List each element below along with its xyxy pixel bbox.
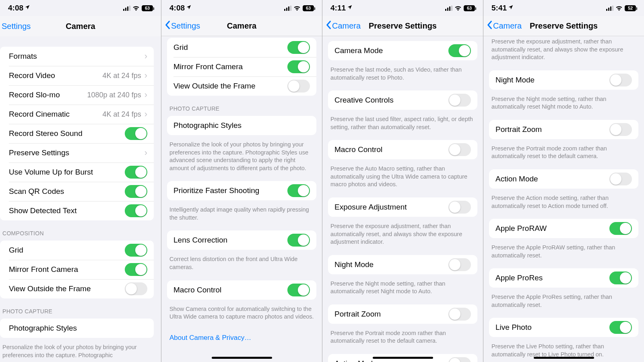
toggle-switch[interactable] (125, 244, 147, 257)
scan-qr-toggle[interactable]: Scan QR Codes (2, 182, 154, 201)
apple-prores-toggle[interactable]: Apple ProRes (489, 268, 638, 288)
action-mode-toggle[interactable]: Action Mode (489, 169, 638, 189)
toggle-switch[interactable] (287, 80, 310, 93)
night-mode-toggle[interactable]: Night Mode (328, 255, 477, 274)
row-value: 4K at 24 fps (103, 72, 141, 80)
macro-control-toggle[interactable]: Macro Control (167, 280, 316, 300)
battery-icon: 63 (303, 5, 314, 11)
back-button[interactable]: Camera (483, 21, 522, 31)
toggle-switch[interactable] (287, 60, 310, 73)
chevron-right-icon: › (144, 90, 147, 100)
toggle-switch[interactable] (125, 166, 147, 179)
toggle-switch[interactable] (287, 234, 310, 247)
toggle-switch[interactable] (287, 41, 310, 54)
settings-group: Night Mode (328, 255, 477, 274)
row-label: View Outside the Frame (173, 82, 287, 90)
toggle-switch[interactable] (609, 272, 632, 284)
home-indicator (373, 357, 433, 359)
toggle-switch[interactable] (448, 258, 471, 271)
section-footer: Show Camera control for automatically sw… (161, 304, 322, 328)
live-photo-toggle[interactable]: Live Photo (489, 318, 638, 337)
toggle-switch[interactable] (125, 282, 147, 295)
photographic-styles-link[interactable]: Photographic Styles (167, 116, 316, 135)
grid-toggle[interactable]: Grid (2, 241, 154, 260)
settings-group: Prioritize Faster Shooting (167, 181, 316, 200)
toggle-switch[interactable] (609, 321, 632, 334)
show-detected-text-toggle[interactable]: Show Detected Text (2, 201, 154, 220)
toggle-switch[interactable] (125, 185, 147, 198)
toggle-switch[interactable] (287, 284, 310, 296)
toggle-switch[interactable] (448, 201, 471, 214)
volume-burst-toggle[interactable]: Use Volume Up for Burst (2, 162, 154, 182)
row-label: Photographic Styles (173, 121, 310, 130)
toggle-switch[interactable] (609, 173, 632, 185)
section-header: COMPOSITION (0, 224, 154, 239)
toggle-switch[interactable] (448, 308, 471, 321)
home-indicator (212, 357, 272, 359)
toggle-switch[interactable] (448, 94, 471, 107)
home-indicator (534, 357, 594, 359)
section-footer: Preserve the Live Photo setting, rather … (483, 341, 644, 362)
row-label: Live Photo (495, 323, 609, 332)
photographic-styles-link[interactable]: Photographic Styles (2, 319, 154, 338)
toggle-switch[interactable] (609, 222, 632, 235)
chevron-right-icon: › (144, 70, 147, 81)
toggle-switch[interactable] (448, 357, 471, 362)
section-footer: Preserve the Apple ProRAW setting, rathe… (483, 242, 644, 267)
record-slomo-row[interactable]: Record Slo-mo1080p at 240 fps› (2, 85, 154, 105)
back-button[interactable]: Settings (161, 21, 200, 31)
toggle-switch[interactable] (125, 204, 147, 217)
view-outside-frame-toggle[interactable]: View Outside the Frame (167, 76, 316, 96)
toggle-switch[interactable] (125, 127, 147, 140)
view-outside-frame-toggle[interactable]: View Outside the Frame (2, 279, 154, 298)
creative-controls-toggle[interactable]: Creative Controls (328, 90, 477, 110)
macro-control-preserve-toggle[interactable]: Macro Control (328, 140, 477, 159)
row-label: View Outside the Frame (9, 284, 125, 293)
chevron-left-icon (165, 21, 170, 31)
wifi-icon (615, 5, 623, 11)
back-label: Camera (332, 21, 361, 31)
row-value: 4K at 24 fps (103, 110, 141, 119)
toggle-switch[interactable] (448, 44, 471, 57)
row-label: Record Slo-mo (9, 90, 87, 99)
toggle-switch[interactable] (448, 143, 471, 156)
wifi-icon (132, 5, 140, 11)
lens-correction-toggle[interactable]: Lens Correction (167, 230, 316, 250)
toggle-switch[interactable] (609, 123, 632, 136)
row-label: Macro Control (334, 145, 448, 154)
mirror-front-toggle[interactable]: Mirror Front Camera (167, 57, 316, 76)
row-label: Night Mode (495, 76, 609, 84)
section-footer: Personalize the look of your photos by b… (161, 139, 322, 179)
exposure-adjustment-toggle[interactable]: Exposure Adjustment (328, 197, 477, 217)
grid-toggle[interactable]: Grid (167, 38, 316, 57)
portrait-zoom-toggle[interactable]: Portrait Zoom (328, 304, 477, 324)
row-label: Mirror Front Camera (173, 62, 287, 71)
record-video-row[interactable]: Record Video4K at 24 fps› (2, 66, 154, 85)
section-header: PHOTO CAPTURE (161, 100, 322, 114)
phone-screen-0: 4:0863SettingsCameraFormats›Record Video… (0, 0, 161, 362)
row-label: Apple ProRes (495, 274, 609, 282)
night-mode-toggle[interactable]: Night Mode (489, 70, 638, 90)
status-bar: 5:4152 (483, 0, 644, 16)
record-stereo-toggle[interactable]: Record Stereo Sound (2, 124, 154, 143)
back-label: Settings (2, 22, 31, 31)
about-link[interactable]: About Camera & Privacy… (161, 328, 322, 348)
cellular-icon (123, 6, 130, 11)
camera-mode-toggle[interactable]: Camera Mode (328, 41, 477, 60)
settings-group: Apple ProRAW (489, 219, 638, 238)
status-time: 4:08 (169, 4, 185, 12)
row-label: Formats (9, 52, 144, 61)
mirror-front-toggle[interactable]: Mirror Front Camera (2, 260, 154, 279)
portrait-zoom-toggle[interactable]: Portrait Zoom (489, 120, 638, 139)
record-cinematic-row[interactable]: Record Cinematic4K at 24 fps› (2, 105, 154, 124)
toggle-switch[interactable] (609, 74, 632, 86)
toggle-switch[interactable] (287, 184, 310, 197)
apple-proraw-toggle[interactable]: Apple ProRAW (489, 219, 638, 238)
settings-group: Live Photo (489, 318, 638, 337)
formats-row[interactable]: Formats› (2, 47, 154, 66)
prioritize-faster-toggle[interactable]: Prioritize Faster Shooting (167, 181, 316, 200)
back-button[interactable]: Settings (0, 22, 31, 31)
back-button[interactable]: Camera (322, 21, 361, 31)
preserve-settings-row[interactable]: Preserve Settings› (2, 143, 154, 162)
toggle-switch[interactable] (125, 263, 147, 276)
